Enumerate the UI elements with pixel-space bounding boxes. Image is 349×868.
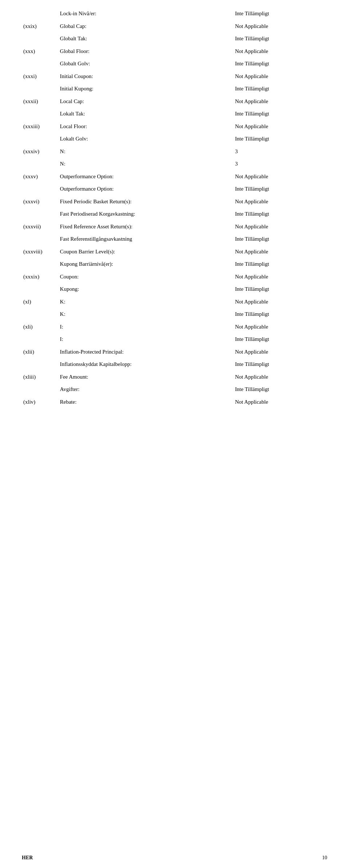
row-spacer [209,20,233,33]
row-spacer [209,233,233,245]
row-index: (xxxvi) [22,195,59,208]
row-spacer [209,7,233,20]
row-value: Inte Tillämpligt [233,308,327,321]
row-spacer [209,321,233,333]
table-row: Avgifter:Inte Tillämpligt [22,383,327,396]
row-index: (xlii) [22,346,59,358]
row-value: Inte Tillämpligt [233,183,327,195]
row-label: Fixed Periodic Basket Return(s): [59,195,209,208]
row-spacer [209,396,233,408]
row-spacer [209,296,233,308]
table-row: (xxxvii)Fixed Reference Asset Return(s):… [22,220,327,233]
row-index: (xliii) [22,371,59,383]
row-label: Kupong: [59,283,209,296]
row-index: (xliv) [22,396,59,408]
footer-right: 10 [322,855,327,861]
row-value: Inte Tillämpligt [233,383,327,396]
table-row: (xxxiv)N:3 [22,145,327,158]
row-label: Coupon Barrier Level(s): [59,245,209,258]
row-label: Globalt Golv: [59,57,209,70]
row-spacer [209,258,233,270]
row-label: Rebate: [59,396,209,408]
row-spacer [209,107,233,120]
table-row: Kupong Barriärnivå(er):Inte Tillämpligt [22,258,327,270]
row-spacer [209,170,233,183]
table-row: (xxxiii)Local Floor:Not Applicable [22,120,327,133]
row-index: (xxxix) [22,270,59,283]
row-index: (xxxi) [22,70,59,83]
row-index [22,333,59,346]
row-index: (xxxv) [22,170,59,183]
row-spacer [209,358,233,371]
row-label: I: [59,333,209,346]
table-row: (xli)I:Not Applicable [22,321,327,333]
row-value: Inte Tillämpligt [233,133,327,145]
row-index [22,158,59,170]
table-row: (xxix)Global Cap:Not Applicable [22,20,327,33]
row-index: (xxix) [22,20,59,33]
row-spacer [209,270,233,283]
row-index [22,32,59,45]
row-spacer [209,45,233,58]
row-label: Local Cap: [59,95,209,108]
row-spacer [209,70,233,83]
row-value: Inte Tillämpligt [233,208,327,220]
row-label: Fee Amount: [59,371,209,383]
table-row: Outperformance Option:Inte Tillämpligt [22,183,327,195]
row-value: Not Applicable [233,396,327,408]
table-row: Fast ReferenstillgångsavkastningInte Til… [22,233,327,245]
row-spacer [209,383,233,396]
row-label: Global Cap: [59,20,209,33]
row-label: Fast Periodiserad Korgavkastning: [59,208,209,220]
table-row: (xliv)Rebate:Not Applicable [22,396,327,408]
row-spacer [209,346,233,358]
row-value: 3 [233,145,327,158]
table-row: (xxxix)Coupon:Not Applicable [22,270,327,283]
row-spacer [209,32,233,45]
row-value: Inte Tillämpligt [233,358,327,371]
table-row: (xxxii)Local Cap:Not Applicable [22,95,327,108]
table-row: Lokalt Tak:Inte Tillämpligt [22,107,327,120]
row-index [22,283,59,296]
row-value: Inte Tillämpligt [233,32,327,45]
row-label: Outperformance Option: [59,183,209,195]
row-value: 3 [233,158,327,170]
row-spacer [209,95,233,108]
row-index [22,7,59,20]
row-spacer [209,371,233,383]
row-label: K: [59,296,209,308]
row-index [22,308,59,321]
row-label: Kupong Barriärnivå(er): [59,258,209,270]
row-value: Not Applicable [233,120,327,133]
row-value: Not Applicable [233,70,327,83]
row-spacer [209,220,233,233]
table-row: Inflationsskyddat Kapitalbelopp:Inte Til… [22,358,327,371]
row-spacer [209,308,233,321]
table-row: (xl)K:Not Applicable [22,296,327,308]
row-spacer [209,82,233,95]
row-index [22,233,59,245]
row-label: Initial Coupon: [59,70,209,83]
row-value: Not Applicable [233,245,327,258]
row-spacer [209,120,233,133]
row-index [22,133,59,145]
row-spacer [209,333,233,346]
row-label: K: [59,308,209,321]
row-value: Inte Tillämpligt [233,107,327,120]
row-index [22,383,59,396]
row-value: Not Applicable [233,95,327,108]
row-value: Not Applicable [233,371,327,383]
row-value: Inte Tillämpligt [233,233,327,245]
row-value: Inte Tillämpligt [233,7,327,20]
row-value: Not Applicable [233,45,327,58]
row-value: Not Applicable [233,321,327,333]
row-label: I: [59,321,209,333]
row-index: (xxxiii) [22,120,59,133]
row-label: Avgifter: [59,383,209,396]
row-spacer [209,133,233,145]
page-container: Lock-in Nivå/er:Inte Tillämpligt(xxix)Gl… [0,0,349,868]
row-label: Fast Referenstillgångsavkastning [59,233,209,245]
table-row: Kupong:Inte Tillämpligt [22,283,327,296]
row-value: Inte Tillämpligt [233,258,327,270]
row-value: Inte Tillämpligt [233,57,327,70]
